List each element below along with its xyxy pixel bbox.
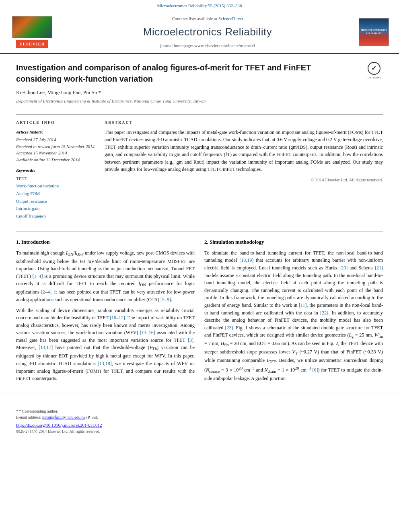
history-label: Article history: <box>16 129 97 136</box>
with-text: with <box>325 288 333 293</box>
ref-21[interactable]: [21] <box>375 265 383 271</box>
intro-para-2: With the scaling of device dimensions, r… <box>16 307 195 382</box>
intro-para-1: To maintain high enough ION/IOFF under l… <box>16 249 195 304</box>
abstract-heading: ABSTRACT <box>105 119 383 125</box>
ref-2-4[interactable]: [2–4] <box>41 289 51 295</box>
right-body-col: 2. Simulation methodology To simulate th… <box>204 236 383 386</box>
article-title-text: Investigation and comparison of analog f… <box>16 62 359 107</box>
journal-reference: Microelectronics Reliability 55 (2015) 3… <box>157 3 242 8</box>
sim-para-1: To simulate the band-to-band tunneling c… <box>204 249 383 382</box>
section-divider <box>16 231 383 232</box>
article-title-section: Investigation and comparison of analog f… <box>16 62 383 110</box>
two-col-section: ARTICLE INFO Article history: Received 2… <box>16 114 383 224</box>
issn-line: 0026-2714/© 2014 Elsevier Ltd. All right… <box>16 428 383 434</box>
header-center: Contents lists available at ScienceDirec… <box>56 15 359 49</box>
article-authors: Ko-Chun Lee, Ming-Long Fan, Pin Su * <box>16 88 359 97</box>
header-right: MICROELECTRONICSRELIABILITY <box>359 18 391 46</box>
received-date: Received 27 July 2014 <box>16 136 97 143</box>
ref-11[interactable]: [11] <box>299 302 307 308</box>
keyword-3: Analog FOM <box>16 190 97 197</box>
ref-22[interactable]: [22] <box>320 310 328 316</box>
abstract-col: ABSTRACT This paper investigates and com… <box>105 119 383 224</box>
keyword-6: Cutoff frequency <box>16 212 97 220</box>
journal-title: Microelectronics Reliability <box>62 24 353 40</box>
ref-3[interactable]: [3] <box>188 337 193 343</box>
accepted-date: Accepted 15 November 2014 <box>16 150 97 156</box>
keyword-4: Output resistance <box>16 197 97 205</box>
keyword-2: Work-function variation <box>16 182 97 190</box>
sciencedirect-link[interactable]: ScienceDirect <box>218 16 243 21</box>
page: Microelectronics Reliability 55 (2015) 3… <box>0 0 399 532</box>
crossmark-badge[interactable]: ✓ CrossMark <box>365 62 383 80</box>
elsevier-wordmark: ELSEVIER <box>16 40 48 48</box>
article-title: Investigation and comparison of analog f… <box>16 62 359 84</box>
ref-18-19[interactable]: [18,19] <box>239 257 253 263</box>
ref-13-16[interactable]: [13–16] <box>140 330 155 335</box>
journal-thumbnail: MICROELECTRONICSRELIABILITY <box>359 18 389 46</box>
below-text: below <box>57 259 69 264</box>
ref-23[interactable]: [23] <box>225 325 233 331</box>
elsevier-logo: ELSEVIER <box>8 16 56 48</box>
sim-section-title: 2. Simulation methodology <box>204 238 383 246</box>
left-body-col: 1. Introduction To maintain high enough … <box>16 236 195 386</box>
ref-13-17[interactable]: [13,17] <box>39 345 53 350</box>
top-reference-bar: Microelectronics Reliability 55 (2015) 3… <box>0 0 399 11</box>
article-affiliation: Department of Electronics Engineering & … <box>16 98 359 105</box>
keywords-list: TFET Work-function variation Analog FOM … <box>16 175 97 220</box>
abstract-text: This paper investigates and compares the… <box>105 129 383 174</box>
keyword-5: Intrinsic gain <box>16 205 97 212</box>
ref-5-9[interactable]: [5–9] <box>160 297 171 302</box>
thumb-title: MICROELECTRONICSRELIABILITY <box>361 29 387 35</box>
article-info-col: ARTICLE INFO Article history: Received 2… <box>16 119 97 224</box>
ref-1-4[interactable]: [1–4] <box>33 273 43 279</box>
available-online-date: Available online 12 December 2014 <box>16 156 97 163</box>
article-content: Investigation and comparison of analog f… <box>0 54 399 394</box>
ref-13-18[interactable]: [13,18] <box>98 361 112 366</box>
body-columns: 1. Introduction To maintain high enough … <box>16 236 383 386</box>
elsevier-graphic <box>12 16 52 38</box>
intro-section-title: 1. Introduction <box>16 238 195 246</box>
journal-header: ELSEVIER Contents lists available at Sci… <box>0 11 399 54</box>
corresponding-star: * <box>16 409 19 413</box>
article-info-heading: ARTICLE INFO <box>16 119 97 125</box>
keywords-label: Keywords: <box>16 167 97 174</box>
header-left: ELSEVIER <box>8 16 56 48</box>
homepage-line: journal homepage: www.elsevier.com/locat… <box>62 42 353 49</box>
article-footer: * * Corresponding author. E-mail address… <box>0 394 399 438</box>
copyright-line: © 2014 Elsevier Ltd. All rights reserved… <box>105 177 383 183</box>
footer-divider <box>16 403 383 403</box>
keyword-1: TFET <box>16 175 97 183</box>
keywords-group: Keywords: TFET Work-function variation A… <box>16 167 97 220</box>
ref-6[interactable]: [6] <box>312 367 318 373</box>
email-note: E-mail address: pinsu@faculty.nctu.edu.t… <box>16 414 383 420</box>
ref-20[interactable]: [20] <box>339 265 348 271</box>
article-history-group: Article history: Received 27 July 2014 R… <box>16 129 97 163</box>
revised-date: Received in revised form 15 November 201… <box>16 143 97 150</box>
contents-line: Contents lists available at ScienceDirec… <box>62 15 353 22</box>
crossmark-icon: ✓ <box>368 62 380 75</box>
doi-link[interactable]: http://dx.doi.org/10.1016/j.microrel.201… <box>16 422 383 429</box>
crossmark-label: CrossMark <box>367 76 381 80</box>
ref-10-12[interactable]: [10–12] <box>110 315 125 320</box>
corresponding-author-note: * * Corresponding author. <box>16 408 383 414</box>
email-link[interactable]: pinsu@faculty.nctu.edu.tw <box>42 415 85 419</box>
